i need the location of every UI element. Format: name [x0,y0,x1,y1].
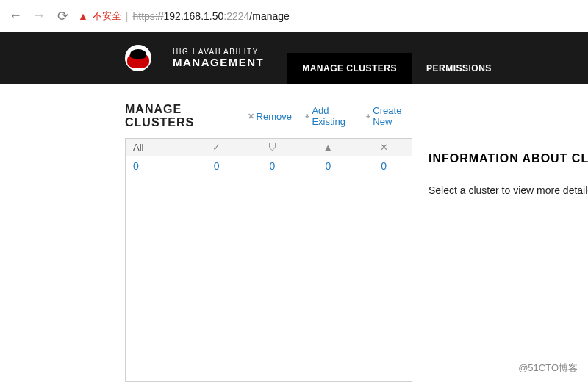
check-icon: ✓ [212,142,220,153]
count-warn[interactable]: 0 [300,156,356,176]
shield-error-icon: ⛉ [268,142,277,153]
filter-row: All ✓ ⛉ ▲ ✕ [126,139,412,156]
create-new-label: Create New [373,105,412,127]
app-header: HIGH AVAILABILITY MANAGEMENT MANAGE CLUS… [0,32,588,84]
url-port: :2224 [223,10,249,22]
remove-label: Remove [257,111,292,122]
info-pane: INFORMATION ABOUT CLUSTERS Select a clus… [412,131,588,375]
browser-toolbar: ← → ⟳ ▲ 不安全 | https://192.168.1.50:2224/… [0,0,588,32]
count-all[interactable]: 0 [126,156,189,176]
nav-tabs: MANAGE CLUSTERS PERMISSIONS [287,32,506,84]
count-error[interactable]: 0 [245,156,301,176]
filter-ok[interactable]: ✓ [189,139,245,156]
filter-offline[interactable]: ✕ [356,139,412,156]
address-bar[interactable]: ▲ 不安全 | https://192.168.1.50:2224/manage [78,10,581,23]
create-new-link[interactable]: + Create New [366,105,412,127]
brand-separator [162,43,162,73]
plus-icon: + [366,112,370,120]
remove-icon: ✕ [248,112,254,121]
info-title: INFORMATION ABOUT CLUSTERS [429,152,588,165]
forward-button[interactable]: → [31,8,47,24]
reload-button[interactable]: ⟳ [54,8,71,24]
brand: HIGH AVAILABILITY MANAGEMENT [125,32,284,84]
count-offline[interactable]: 0 [356,156,412,176]
brand-subtitle: HIGH AVAILABILITY [173,48,264,57]
redhat-logo-icon [125,45,151,71]
content-area: MANAGE CLUSTERS ✕ Remove + Add Existing … [0,84,588,382]
add-existing-link[interactable]: + Add Existing [305,105,353,127]
url-host: 192.168.1.50 [164,10,224,22]
insecure-label: 不安全 [93,10,121,23]
filter-error[interactable]: ⛉ [245,139,301,156]
clusters-table: All ✓ ⛉ ▲ ✕ 0 0 0 0 0 [125,138,412,382]
back-button[interactable]: ← [7,8,24,24]
count-ok[interactable]: 0 [189,156,245,176]
url-path: /manage [249,10,289,22]
close-icon: ✕ [380,142,388,153]
info-empty-text: Select a cluster to view more detailed i… [429,184,588,196]
brand-title: MANAGEMENT [173,56,264,68]
clusters-pane: MANAGE CLUSTERS ✕ Remove + Add Existing … [125,103,412,382]
tab-manage-clusters[interactable]: MANAGE CLUSTERS [287,53,412,84]
watermark: @51CTO博客 [518,361,578,375]
counts-row: 0 0 0 0 0 [126,156,412,176]
plus-icon: + [305,112,309,120]
insecure-warning-icon: ▲ [78,10,88,22]
warning-icon: ▲ [323,142,333,153]
add-existing-label: Add Existing [312,105,353,127]
tab-permissions[interactable]: PERMISSIONS [412,53,506,84]
address-divider: | [126,10,129,22]
remove-cluster-link[interactable]: ✕ Remove [248,111,292,122]
filter-warn[interactable]: ▲ [300,139,356,156]
filter-all[interactable]: All [126,139,189,156]
page-title: MANAGE CLUSTERS [125,103,229,129]
url-protocol: https:// [133,10,164,22]
